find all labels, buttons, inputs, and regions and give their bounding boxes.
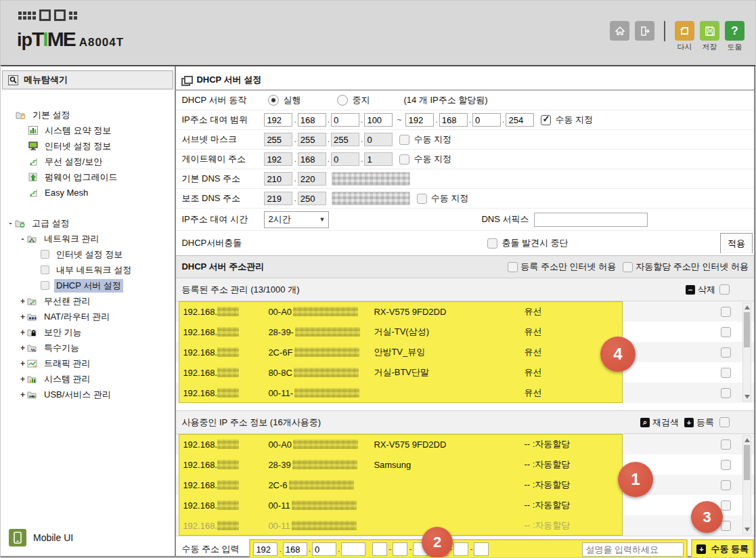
tree-item-system-summary[interactable]: 시스템 요약 정보 xyxy=(1,123,175,138)
scroll-up-icon[interactable] xyxy=(744,305,750,309)
lease-time-select[interactable]: 2시간 ▼ xyxy=(264,211,329,228)
expand-toggle[interactable]: + xyxy=(18,343,27,353)
row-checkbox[interactable] xyxy=(721,500,731,511)
range-start-octet-2[interactable] xyxy=(298,113,326,127)
manual-mac-1[interactable] xyxy=(372,542,387,556)
table-row[interactable]: 192.168. 00-A0 RX-V575 9FD2DD 유선 xyxy=(176,301,754,322)
tree-item-network-mgmt[interactable]: - 네트워크 관리 xyxy=(1,231,175,246)
table-row[interactable]: 192.168. 2C-6 -- :자동할당 xyxy=(176,475,754,495)
row-checkbox[interactable] xyxy=(721,327,731,337)
table-row[interactable]: 192.168. 00-11- 유선 xyxy=(176,383,754,403)
gateway-octet-1[interactable] xyxy=(264,152,292,166)
collapse-toggle[interactable]: - xyxy=(6,219,15,228)
range-end-octet-2[interactable] xyxy=(439,113,468,127)
mobile-ui-link[interactable]: Mobile UI xyxy=(1,522,175,556)
rescan-button[interactable]: ⌕ 재검색 xyxy=(640,416,679,429)
tree-item-traffic-mgmt[interactable]: + 트래픽 관리 xyxy=(1,356,175,371)
register-button[interactable]: + 등록 xyxy=(684,416,714,429)
home-button[interactable] xyxy=(610,21,629,41)
scroll-up-icon[interactable] xyxy=(744,438,750,442)
table-row[interactable]: 192.168. 00-A0 RX-V575 9FD2DD -- :자동할당 xyxy=(176,434,754,454)
tree-item-internal-network[interactable]: 내부 네트워크 설정 xyxy=(1,262,175,278)
tree-item-advanced-settings[interactable]: - 고급 설정 xyxy=(1,215,175,231)
dns2-manual-checkbox[interactable] xyxy=(417,194,427,204)
tree-item-wireless-security[interactable]: 무선 설정/보안 xyxy=(1,154,175,169)
scroll-thumb[interactable] xyxy=(744,445,750,480)
range-end-octet-1[interactable] xyxy=(405,113,434,127)
select-all-inuse-checkbox[interactable] xyxy=(719,417,730,427)
scroll-down-icon[interactable] xyxy=(744,528,750,532)
manual-ip-octet-3[interactable] xyxy=(312,542,336,556)
manual-ip-octet-4[interactable] xyxy=(341,542,365,556)
table-row[interactable]: 192.168. 00-11 -- :자동할당 xyxy=(176,515,754,536)
logout-button[interactable] xyxy=(635,21,654,41)
row-checkbox[interactable] xyxy=(721,347,731,358)
range-manual-checkbox[interactable] xyxy=(541,115,551,125)
row-checkbox[interactable] xyxy=(721,439,731,450)
subnet-octet-1[interactable] xyxy=(264,133,292,146)
conflict-stop-checkbox[interactable] xyxy=(487,238,497,249)
tree-item-dhcp-server-selected[interactable]: DHCP 서버 설정 xyxy=(1,278,175,293)
registered-scrollbar[interactable] xyxy=(742,303,751,402)
row-checkbox[interactable] xyxy=(721,388,731,398)
range-end-octet-3[interactable] xyxy=(472,113,501,127)
tree-item-internet-info[interactable]: 인터넷 설정 정보 xyxy=(1,138,175,154)
tree-item-internet-config-info[interactable]: 인터넷 설정 정보 xyxy=(1,246,175,262)
help-button[interactable]: ? 도움 xyxy=(725,21,744,52)
table-row[interactable]: 192.168. 80-8C 거실-BTV단말 유선 xyxy=(176,362,754,383)
range-start-octet-4[interactable] xyxy=(364,113,393,127)
dns2-octet-2[interactable] xyxy=(298,192,326,205)
subnet-octet-4[interactable] xyxy=(364,133,393,146)
tree-item-system-mgmt[interactable]: + 시스템 관리 xyxy=(1,371,175,387)
tree-item-nat-router[interactable]: + NAT/라우터 관리 xyxy=(1,309,175,324)
expand-toggle[interactable]: + xyxy=(18,312,27,322)
expand-toggle[interactable]: + xyxy=(18,390,27,400)
expand-toggle[interactable]: + xyxy=(18,297,27,306)
gateway-octet-4[interactable] xyxy=(364,152,393,166)
collapse-toggle[interactable]: - xyxy=(18,234,27,244)
manual-mac-6[interactable] xyxy=(474,542,489,556)
scroll-down-icon[interactable] xyxy=(744,395,750,399)
tree-item-easy-mesh[interactable]: Easy Mesh xyxy=(1,185,175,200)
gateway-octet-3[interactable] xyxy=(331,152,359,166)
refresh-button[interactable]: 다시 xyxy=(675,21,694,52)
tree-item-security[interactable]: + 보안 기능 xyxy=(1,324,175,340)
subnet-octet-3[interactable] xyxy=(331,133,359,146)
gateway-octet-2[interactable] xyxy=(298,152,326,166)
select-all-registered-checkbox[interactable] xyxy=(719,284,730,295)
manual-description-input[interactable] xyxy=(582,542,684,557)
inuse-scrollbar[interactable] xyxy=(742,435,751,534)
tree-item-wlan-mgmt[interactable]: + 무선랜 관리 xyxy=(1,293,175,309)
manual-ip-octet-1[interactable] xyxy=(253,542,277,556)
row-checkbox[interactable] xyxy=(721,480,731,490)
manual-register-button[interactable]: + 수동 등록 xyxy=(691,539,754,558)
manual-ip-octet-2[interactable] xyxy=(283,542,307,556)
radio-stop[interactable] xyxy=(337,95,348,106)
table-row[interactable]: 192.168. 28-39- 거실-TV(삼성) 유선 xyxy=(176,322,754,342)
tree-item-firmware-upgrade[interactable]: 펌웨어 업그레이드 xyxy=(1,169,175,185)
dns1-octet-1[interactable] xyxy=(264,172,292,186)
subnet-manual-checkbox[interactable] xyxy=(399,135,409,145)
dns1-octet-2[interactable] xyxy=(298,172,326,186)
dns2-octet-1[interactable] xyxy=(264,192,292,205)
table-row[interactable]: 192.168. 28-39 Samsung -- :자동할당 xyxy=(176,454,754,475)
expand-toggle[interactable]: + xyxy=(18,359,27,368)
subnet-octet-2[interactable] xyxy=(298,133,326,146)
manual-mac-2[interactable] xyxy=(393,542,407,556)
apply-button[interactable]: 적용 xyxy=(720,233,753,253)
range-end-octet-4[interactable] xyxy=(506,113,534,127)
tree-item-special-functions[interactable]: + 특수기능 xyxy=(1,340,175,356)
dns-suffix-input[interactable] xyxy=(534,213,648,227)
registered-only-checkbox[interactable] xyxy=(508,262,518,272)
row-checkbox[interactable] xyxy=(721,368,731,378)
table-row[interactable]: 192.168. 00-11 -- :자동할당 xyxy=(176,495,754,515)
range-start-octet-3[interactable] xyxy=(331,113,359,127)
tree-item-basic-settings[interactable]: 기본 설정 xyxy=(1,107,175,123)
save-button[interactable]: 저장 xyxy=(700,21,719,52)
range-start-octet-1[interactable] xyxy=(264,113,292,127)
expand-toggle[interactable]: + xyxy=(18,328,27,337)
row-checkbox[interactable] xyxy=(721,521,731,531)
row-checkbox[interactable] xyxy=(721,307,731,317)
tree-item-usb-service[interactable]: + USB/서비스 관리 xyxy=(1,387,175,402)
auto-only-checkbox[interactable] xyxy=(623,262,633,272)
